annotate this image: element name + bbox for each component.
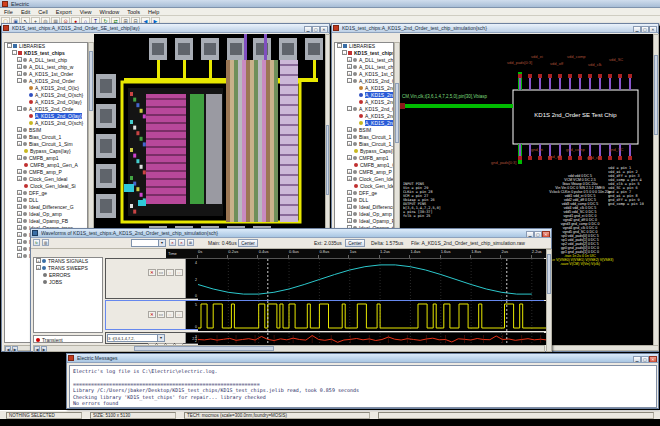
snapshot-icon[interactable]: ▥ <box>42 239 49 246</box>
maximize-icon[interactable]: ▢ <box>641 356 649 363</box>
tree-expander-icon[interactable]: + <box>347 64 352 69</box>
tree-item[interactable]: +DLL <box>335 197 393 204</box>
tree-expander-icon[interactable]: - <box>12 50 17 55</box>
tree-item[interactable]: -KD1S_test_chips <box>335 50 393 57</box>
minimize-icon[interactable]: ▁ <box>304 26 312 33</box>
waveform-plot[interactable] <box>198 333 547 345</box>
tree-expander-icon[interactable]: - <box>7 43 12 48</box>
tree-item[interactable]: A_KD1S_2nd_O{sch} <box>335 120 393 127</box>
tree-expander-icon[interactable]: + <box>347 155 352 160</box>
tree-expander-icon[interactable]: + <box>17 190 22 195</box>
close-icon[interactable]: ✕ <box>649 26 657 33</box>
center-main-button[interactable]: Center <box>238 239 258 247</box>
tree-expander-icon[interactable]: - <box>347 106 352 111</box>
tree-item[interactable]: +TRANS SIGNALS <box>34 258 102 265</box>
tree-item[interactable]: A_KD1S_2nd_O{sch} <box>5 120 87 127</box>
schematic-canvas-vscrollbar[interactable] <box>653 34 659 346</box>
tree-item[interactable]: +CMFB_amp_P <box>5 169 87 176</box>
tree-item[interactable]: +BSIM <box>5 127 87 134</box>
overlay-icon[interactable]: ⊠ <box>187 239 194 246</box>
tree-item[interactable]: +Ideal_Differencer_G <box>5 204 87 211</box>
tree-expander-icon[interactable]: + <box>17 134 22 139</box>
minimize-icon[interactable]: ▁ <box>633 26 641 33</box>
tree-expander-icon[interactable]: + <box>17 253 22 258</box>
panel3-signal-combobox[interactable]: 3: t[3,6,1,4,7,2,▼ <box>107 334 165 342</box>
tree-expander-icon[interactable]: + <box>17 71 22 76</box>
tree-expander-icon[interactable]: - <box>347 78 352 83</box>
tree-expander-icon[interactable]: + <box>347 57 352 62</box>
tree-expander-icon[interactable]: - <box>17 78 22 83</box>
tree-expander-icon[interactable]: + <box>17 246 22 251</box>
tree-item[interactable]: +CMFB_amp1 <box>5 155 87 162</box>
tree-item[interactable]: Bypass_Caps{lay} <box>335 148 393 155</box>
close-icon[interactable]: ✕ <box>542 231 550 238</box>
tree-expander-icon[interactable]: - <box>337 43 342 48</box>
tree-item[interactable]: +Clock_Gen_Ideal <box>5 176 87 183</box>
fit-x-icon[interactable]: ⇔ <box>166 269 174 276</box>
tree-item[interactable]: +CMFB_amp_P <box>335 169 393 176</box>
tree-item[interactable]: +CMFB_amp1 <box>335 155 393 162</box>
tree-item[interactable]: CMFB_amp1_Gen_A <box>335 162 393 169</box>
tree-item[interactable]: +Clock_Gen_Ideal <box>335 176 393 183</box>
refresh-icon[interactable]: ↻ <box>33 239 40 246</box>
tree-item[interactable]: Bypass_Caps{lay} <box>5 148 87 155</box>
tree-expander-icon[interactable]: + <box>347 176 352 181</box>
minimize-icon[interactable]: ▁ <box>526 231 534 238</box>
minimize-icon[interactable]: ▁ <box>633 356 641 363</box>
close-icon[interactable]: ✕ <box>649 356 657 363</box>
tree-item[interactable]: +Bias_Circuit_1_Sim <box>335 141 393 148</box>
tree-expander-icon[interactable]: + <box>17 141 22 146</box>
tree-expander-icon[interactable]: + <box>347 197 352 202</box>
waveform-hscrollbar[interactable]: ◀▶ <box>33 345 545 352</box>
tree-item[interactable]: A_KD1S_2nd_O{lay} <box>5 99 87 106</box>
tree-expander-icon[interactable]: + <box>36 265 41 270</box>
tree-item[interactable]: +Bias_Circuit_1 <box>5 134 87 141</box>
tree-expander-icon[interactable]: + <box>347 141 352 146</box>
tree-expander-icon[interactable]: + <box>36 258 41 263</box>
fit-x-icon[interactable]: ⇔ <box>166 311 174 318</box>
center-ext-button[interactable]: Center <box>345 239 365 247</box>
tree-expander-icon[interactable]: + <box>17 211 22 216</box>
tree-item[interactable]: +A_DLL_test_chip_w <box>5 64 87 71</box>
tree-item[interactable]: +DLL <box>5 197 87 204</box>
schematic-window-titlebar[interactable]: KD1S_test_chips:A_KD1S_2nd_Order_test_ch… <box>332 24 658 33</box>
close-icon[interactable]: ✕ <box>320 26 328 33</box>
tree-item[interactable]: A_KD1S_2nd_O{sch} <box>335 92 393 99</box>
tree-expander-icon[interactable]: + <box>347 211 352 216</box>
waveform-plot[interactable] <box>198 259 547 300</box>
tree-item[interactable]: Clock_Gen_Ideal_Si <box>335 183 393 190</box>
tree-expander-icon[interactable]: + <box>17 64 22 69</box>
tree-expander-icon[interactable]: + <box>347 190 352 195</box>
messages-window-titlebar[interactable]: Electric Messages ▁▢✕ <box>67 354 658 363</box>
tree-item[interactable]: A_KD1S_2nd_O{lay} <box>335 113 393 120</box>
tree-item[interactable]: CMFB_amp1_Gen_A <box>5 162 87 169</box>
tree-expander-icon[interactable]: + <box>17 225 22 230</box>
tree-item[interactable]: -LIBRARIES <box>5 43 87 50</box>
tree-item[interactable]: -A_KD1S_2nd_Order <box>335 78 393 85</box>
tree-item[interactable]: +Ideal_Op_amp <box>5 211 87 218</box>
tree-expander-icon[interactable]: + <box>347 127 352 132</box>
remove-signal-icon[interactable]: ✕ <box>169 239 176 246</box>
waveform-panel-3[interactable]: ✕▭⇔⇔3: t[3,6,1,4,7,2,▼32.52 <box>105 332 544 344</box>
tree-item[interactable]: -LIBRARIES <box>335 43 393 50</box>
tree-item[interactable]: +Ideal_Opamp_FB <box>5 218 87 225</box>
tree-item[interactable]: -KD1S_test_chips <box>5 50 87 57</box>
tree-item[interactable]: +A_DLL_test_chip <box>5 57 87 64</box>
tree-expander-icon[interactable]: + <box>17 239 22 244</box>
tree-item[interactable]: +BSIM <box>335 127 393 134</box>
tree-item[interactable]: +Ideal_Differencer_G <box>335 204 393 211</box>
tree-item[interactable]: +TRANS SWEEPS <box>34 265 102 272</box>
fit-y-icon[interactable]: ⇔ <box>175 311 183 318</box>
maximize-icon[interactable]: ▢ <box>534 231 542 238</box>
tree-item[interactable]: +DFF_ge <box>335 190 393 197</box>
remove-all-icon[interactable]: ✕ <box>178 239 185 246</box>
tree-item[interactable]: A_KD1S_2nd_O{ic} <box>5 85 87 92</box>
tree-expander-icon[interactable]: + <box>17 232 22 237</box>
tree-expander-icon[interactable]: + <box>17 218 22 223</box>
tree-expander-icon[interactable]: - <box>17 106 22 111</box>
tree-item[interactable]: +A_DLL_test_chip_w <box>335 64 393 71</box>
maximize-icon[interactable]: ▢ <box>312 26 320 33</box>
maximize-icon[interactable]: ▢ <box>641 26 649 33</box>
tree-item[interactable]: +A_KD1S_1st_Order <box>335 71 393 78</box>
minimize-panel-icon[interactable]: ▭ <box>157 269 165 276</box>
